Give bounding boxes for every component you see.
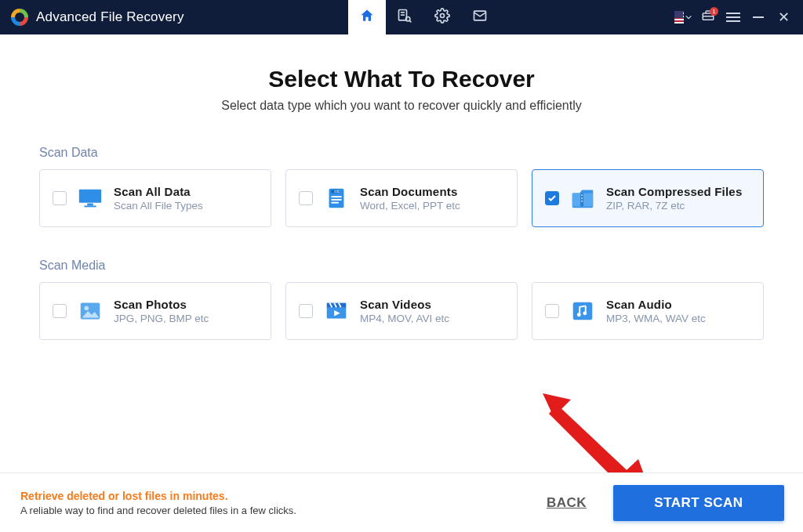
- svg-rect-9: [79, 190, 101, 203]
- svg-rect-10: [87, 204, 93, 206]
- card-title: Scan Photos: [114, 298, 209, 311]
- titlebar-actions: 1 ✕: [663, 0, 803, 34]
- section-scan-media-label: Scan Media: [39, 259, 764, 273]
- card-scan-audio[interactable]: Scan Audio MP3, WMA, WAV etc: [532, 282, 764, 340]
- flag-us-icon: [674, 11, 684, 24]
- photo-icon: [76, 297, 104, 325]
- svg-rect-16: [331, 199, 341, 201]
- close-button[interactable]: ✕: [775, 9, 792, 26]
- home-icon: [359, 8, 375, 27]
- app-brand: Advanced File Recovery: [0, 9, 184, 26]
- music-note-icon: [569, 297, 597, 325]
- gear-icon: [434, 8, 450, 27]
- card-title: Scan Documents: [360, 185, 460, 198]
- checkbox-scan-compressed[interactable]: [545, 191, 559, 205]
- card-subtitle: ZIP, RAR, 7Z etc: [606, 200, 742, 212]
- page-subtitle: Select data type which you want to recov…: [39, 99, 764, 113]
- svg-point-28: [577, 313, 581, 317]
- svg-rect-17: [331, 202, 338, 204]
- card-subtitle: JPG, PNG, BMP etc: [114, 313, 209, 324]
- card-scan-compressed[interactable]: Scan Compressed Files ZIP, RAR, 7Z etc: [532, 169, 764, 227]
- toolbox-button[interactable]: 1: [699, 9, 717, 26]
- titlebar: Advanced File Recovery: [0, 0, 803, 34]
- promo-subtitle: A reliable way to find and recover delet…: [20, 505, 296, 516]
- page-title: Select What To Recover: [39, 66, 764, 92]
- zip-folder-icon: [569, 184, 597, 212]
- footer: Retrieve deleted or lost files in minute…: [0, 472, 803, 532]
- svg-rect-27: [573, 302, 593, 320]
- card-subtitle: MP4, MOV, AVI etc: [360, 313, 449, 324]
- checkmark-icon: [547, 194, 557, 203]
- svg-point-24: [84, 306, 89, 310]
- checkbox-scan-documents[interactable]: [299, 191, 313, 205]
- tab-mail[interactable]: [461, 0, 499, 34]
- app-logo-icon: [11, 9, 28, 26]
- start-scan-button[interactable]: START SCAN: [613, 485, 784, 521]
- svg-text:DOC: DOC: [334, 190, 339, 194]
- svg-rect-15: [331, 196, 341, 197]
- card-title: Scan All Data: [114, 185, 203, 198]
- card-scan-documents[interactable]: DOC Scan Documents Word, Excel, PPT etc: [285, 169, 518, 227]
- app-title: Advanced File Recovery: [36, 9, 184, 25]
- checkbox-scan-audio[interactable]: [545, 304, 559, 318]
- section-scan-data-label: Scan Data: [39, 146, 764, 160]
- minimize-button[interactable]: [750, 9, 767, 26]
- svg-rect-22: [581, 201, 583, 202]
- svg-rect-21: [581, 197, 583, 199]
- card-subtitle: Scan All File Types: [114, 200, 203, 212]
- checkbox-scan-videos[interactable]: [299, 304, 313, 318]
- checkbox-scan-all-data[interactable]: [53, 191, 67, 205]
- mail-icon: [472, 8, 488, 27]
- card-subtitle: Word, Excel, PPT etc: [360, 200, 460, 212]
- svg-marker-30: [543, 393, 571, 417]
- tab-search-list[interactable]: [386, 0, 423, 34]
- scan-media-cards: Scan Photos JPG, PNG, BMP etc Scan Video…: [39, 282, 764, 340]
- promo-title: Retrieve deleted or lost files in minute…: [20, 490, 296, 502]
- card-title: Scan Audio: [606, 298, 706, 311]
- card-scan-photos[interactable]: Scan Photos JPG, PNG, BMP etc: [39, 282, 271, 340]
- menu-button[interactable]: [725, 9, 742, 26]
- video-clapper-icon: [322, 297, 351, 325]
- tab-settings[interactable]: [423, 0, 461, 34]
- svg-point-3: [406, 17, 410, 21]
- notification-badge: 1: [710, 7, 718, 16]
- hamburger-icon: [726, 13, 740, 22]
- card-title: Scan Compressed Files: [606, 185, 742, 198]
- minimize-icon: [753, 16, 764, 18]
- back-button[interactable]: BACK: [547, 495, 587, 511]
- language-selector[interactable]: [674, 9, 692, 26]
- document-icon: DOC: [322, 184, 351, 212]
- footer-promo: Retrieve deleted or lost files in minute…: [20, 490, 296, 516]
- checkbox-scan-photos[interactable]: [53, 304, 67, 318]
- card-scan-videos[interactable]: Scan Videos MP4, MOV, AVI etc: [285, 282, 518, 340]
- card-subtitle: MP3, WMA, WAV etc: [606, 313, 706, 324]
- page-body: Select What To Recover Select data type …: [0, 34, 803, 340]
- list-search-icon: [397, 8, 412, 27]
- tab-home[interactable]: [348, 0, 386, 34]
- svg-line-4: [409, 20, 411, 22]
- monitor-icon: [76, 184, 104, 212]
- svg-rect-11: [84, 205, 96, 207]
- svg-rect-20: [581, 194, 583, 196]
- close-icon: ✕: [778, 10, 790, 24]
- titlebar-tabs: [348, 0, 499, 34]
- card-title: Scan Videos: [360, 298, 449, 311]
- scan-data-cards: Scan All Data Scan All File Types DOC Sc…: [39, 169, 764, 227]
- card-scan-all-data[interactable]: Scan All Data Scan All File Types: [39, 169, 271, 227]
- svg-point-5: [441, 14, 445, 18]
- chevron-down-icon: [685, 10, 692, 24]
